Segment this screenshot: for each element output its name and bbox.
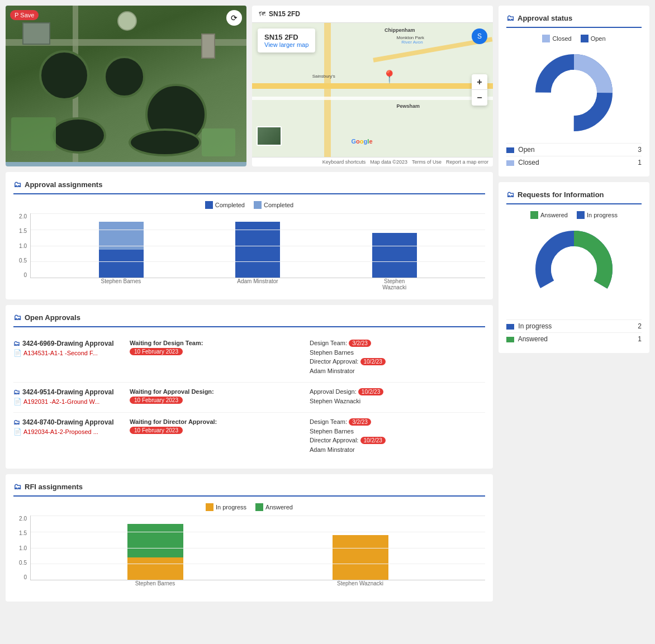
doc-file-text-0: A134531-A1-1 -Second F... (23, 350, 98, 356)
share-button[interactable]: ⟳ (226, 10, 242, 26)
bar-group-adam (235, 222, 280, 278)
rfi-status-label: Requests for Information (518, 190, 604, 199)
completed-light-label: Completed (264, 202, 293, 208)
rfi-legend-answered: Answered (530, 211, 568, 219)
answered-label: Answered (518, 335, 548, 343)
status-line-1-0: Approval Design: 10/2/23 (310, 388, 485, 395)
answered-value: 1 (638, 335, 642, 343)
approval-item-2: 🗂 3424-8740-Drawing Approval 📄 A192034-A… (13, 413, 485, 461)
legend-closed-text: Closed (506, 159, 539, 166)
bar-group-stephen-barnes (99, 222, 144, 278)
bar-group-waznacki (372, 233, 417, 278)
save-button[interactable]: P Save (10, 10, 39, 20)
map-view-larger[interactable]: View larger map (264, 41, 308, 48)
map-keyboard-shortcuts[interactable]: Keyboard shortcuts (322, 159, 366, 165)
rfi-inprogress-text: In progress (506, 322, 552, 330)
waiting-date-2: 10 February 2023 (130, 427, 183, 434)
doc-file-0: 📄 A134531-A1-1 -Second F... (13, 349, 125, 357)
svg-point-2 (551, 70, 597, 116)
inprogress-label: In progress (518, 322, 552, 330)
approval-assignments-title: 🗂 Approval assignments (13, 180, 485, 194)
rfi-answered-bar-dot (255, 503, 263, 511)
doc-title-text-2[interactable]: 3424-8740-Drawing Approval (22, 418, 114, 426)
closed-value: 1 (638, 159, 642, 166)
road-horizontal (252, 83, 493, 89)
map-info-box: SN15 2FD View larger map (258, 28, 315, 53)
rfi-y-0: 2.0 (19, 516, 27, 522)
rfi-answered-bar-label: Answered (265, 504, 293, 511)
legend-closed-dot (542, 35, 550, 42)
rfi-answered-text: Answered (506, 335, 548, 343)
map-thumbnail (257, 126, 282, 146)
status-label-2-0: Design Team: (310, 418, 347, 425)
approval-status-legend: Closed Open (506, 35, 642, 42)
rfi-status-legend: Answered In progress (506, 211, 642, 219)
rfi-assignments-title: 🗂 RFI assignments (13, 482, 485, 497)
x-label-1: Adam Minstrator (235, 278, 280, 292)
rfi-x-1: Stephen Waznacki (333, 580, 388, 594)
rfi-inprogress-bar-stephen (127, 557, 183, 580)
open-label: Open (518, 146, 534, 154)
doc-title-text-1[interactable]: 3424-9514-Drawing Approval (22, 388, 114, 396)
rfi-status-title: 🗂 Requests for Information (506, 190, 642, 204)
completed-dark-dot (205, 201, 213, 209)
y-label-3: 0.5 (19, 257, 27, 264)
rfi-answered-bar-stephen (127, 524, 183, 557)
rfi-donut-legend: In progress 2 Answered 1 (506, 319, 642, 345)
status-label-0-0: Design Team: (310, 340, 347, 346)
approval-status-icon: 🗂 (506, 13, 514, 22)
rfi-y-axis: 2.0 1.5 1.0 0.5 0 (13, 516, 29, 580)
waiting-col-1: Waiting for Approval Design: 10 February… (130, 388, 305, 404)
rfi-legend-inprogress-bar: In progress (206, 503, 246, 511)
rfi-y-1: 1.5 (19, 530, 27, 536)
waiting-col-2: Waiting for Director Approval: 10 Februa… (130, 418, 305, 434)
doc-file-text-2: A192034-A1-2-Proposed ... (23, 428, 98, 435)
rfi-donut-chart (529, 225, 619, 314)
rfi-status-card: 🗂 Requests for Information Answered In p… (499, 182, 649, 353)
waiting-date-1: 10 February 2023 (130, 397, 183, 404)
legend-open: Open (581, 35, 606, 42)
aerial-photo-panel: P Save ⟳ (6, 6, 246, 166)
approval-status-card: 🗂 Approval status Closed Open (499, 6, 649, 176)
svg-point-5 (551, 246, 597, 292)
closed-color (506, 160, 514, 166)
status-badge-2-0: 3/2/23 (349, 418, 371, 426)
map-zoom-in[interactable]: + (472, 74, 487, 90)
rfi-assignments-card: 🗂 RFI assignments In progress Answered 2… (6, 474, 493, 602)
save-label: Save (20, 12, 34, 18)
open-approvals-title: 🗂 Open Approvals (13, 313, 485, 327)
approval-donut-chart (529, 48, 619, 137)
doc-icon-2: 🗂 (13, 418, 20, 426)
legend-completed-dark: Completed (205, 201, 245, 209)
status-person-1-1: Stephen Waznacki (310, 398, 485, 404)
open-approvals-card: 🗂 Open Approvals 🗂 3424-6969-Drawing App… (6, 305, 493, 469)
status-col-2: Design Team: 3/2/23 Stephen Barnes Direc… (310, 418, 485, 455)
rfi-y-4: 0 (23, 574, 27, 580)
open-approvals-label: Open Approvals (25, 313, 80, 322)
approval-doc-2: 🗂 3424-8740-Drawing Approval 📄 A192034-A… (13, 418, 125, 436)
approval-assignments-label: Approval assignments (25, 180, 102, 189)
legend-open-label: Open (591, 35, 606, 42)
rfi-assignments-label: RFI assignments (25, 483, 83, 491)
rfi-inprogress-bar-dot (206, 503, 213, 511)
map-header: 🗺 SN15 2FD (252, 6, 493, 23)
bar-chart-area (30, 213, 485, 278)
map-terms[interactable]: Terms of Use (412, 159, 442, 165)
rfi-legend-answered-bar: Answered (255, 503, 293, 511)
status-col-1: Approval Design: 10/2/23 Stephen Waznack… (310, 388, 485, 407)
road-h2 (252, 97, 493, 100)
map-report-error[interactable]: Report a map error (446, 159, 488, 165)
rfi-answered-label-legend: Answered (540, 212, 568, 218)
map-body[interactable]: Chippenham Monkton Park Pewsham Sainsbur… (252, 23, 493, 157)
doc-file-2: 📄 A192034-A1-2-Proposed ... (13, 428, 125, 436)
waiting-label-0: Waiting for Design Team: (130, 340, 305, 346)
status-badge-0-0: 3/2/23 (349, 340, 371, 347)
waiting-label-1: Waiting for Approval Design: (130, 388, 305, 395)
doc-title-text-0[interactable]: 3424-6969-Drawing Approval (22, 340, 114, 347)
map-zoom-out[interactable]: − (472, 90, 487, 106)
inprogress-value: 2 (638, 322, 642, 330)
y-label-0: 2.0 (19, 213, 27, 220)
doc-title-0: 🗂 3424-6969-Drawing Approval (13, 340, 125, 347)
right-column: 🗂 Approval status Closed Open (499, 6, 649, 602)
status-line-0-0: Design Team: 3/2/23 (310, 340, 485, 347)
